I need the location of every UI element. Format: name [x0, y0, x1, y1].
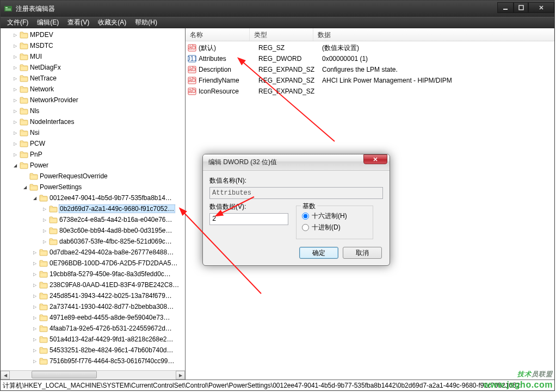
expander-icon[interactable] [11, 151, 19, 158]
tree-node[interactable]: MSDTC [2, 40, 185, 51]
tree-node[interactable]: Power [2, 160, 185, 171]
tree-node[interactable]: 0d7dbae2-4294-402a-ba8e-26777e8488… [2, 247, 185, 258]
maximize-button[interactable] [514, 2, 528, 13]
scroll-thumb[interactable] [32, 371, 97, 378]
expander-icon[interactable] [11, 64, 19, 71]
tree-node[interactable]: 80e3c60e-bb94-4ad8-bbe0-0d3195e… [2, 225, 185, 236]
tree-node[interactable]: PCW [2, 138, 185, 149]
expander-icon[interactable] [31, 335, 39, 343]
tree-node[interactable]: 0b2d69d7-a2a1-449c-9680-f91c7052… [2, 203, 185, 214]
tree-node[interactable]: 6738e2c4-e8a5-4a42-b16a-e040e76… [2, 214, 185, 225]
radio-dec-row[interactable]: 十进制(D) [302, 223, 367, 232]
menu-favorites[interactable]: 收藏夹(A) [94, 17, 131, 28]
expander-icon[interactable] [31, 292, 39, 300]
expander-icon[interactable] [31, 303, 39, 310]
dialog-titlebar[interactable]: 编辑 DWORD (32 位)值 [203, 154, 390, 171]
tree-node[interactable]: 0012ee47-9041-4b5d-9b77-535fba8b14… [2, 192, 185, 203]
expander-icon[interactable] [41, 238, 48, 245]
menu-file[interactable]: 文件(F) [3, 17, 33, 28]
expander-icon[interactable] [11, 74, 19, 82]
expander-icon[interactable] [11, 140, 19, 147]
scroll-left-button[interactable]: ◀ [1, 371, 10, 379]
radio-dec[interactable] [302, 224, 309, 231]
list-row[interactable]: 011AttributesREG_DWORD0x00000001 (1) [186, 53, 554, 64]
tree-node[interactable]: dab60367-53fe-4fbc-825e-521d069c… [2, 236, 185, 247]
expander-icon[interactable] [11, 107, 19, 115]
expander-icon[interactable] [31, 259, 39, 267]
tree-body[interactable]: MPDEVMSDTCMUINetDiagFxNetTraceNetworkNet… [1, 28, 185, 370]
expander-icon[interactable] [11, 118, 19, 126]
expander-icon[interactable] [11, 161, 19, 169]
tree-node[interactable]: NetworkProvider [2, 95, 185, 105]
tree-node[interactable]: MUI [2, 51, 185, 62]
tree-node[interactable]: 7516b95f-f776-4464-8c53-06167f40cc99… [2, 356, 185, 366]
svg-text:ab: ab [188, 76, 196, 84]
tree-node[interactable]: MPDEV [2, 29, 185, 40]
tree-node[interactable]: PowerSettings [2, 182, 185, 192]
tree-node[interactable]: 4971e89-eebd-4455-a8de-9e59040e73… [2, 312, 185, 323]
expander-icon[interactable] [41, 205, 48, 213]
scroll-track[interactable] [10, 371, 176, 379]
expander-icon[interactable] [31, 314, 39, 321]
list-row[interactable]: abFriendlyNameREG_EXPAND_SZAHCI Link Pow… [186, 75, 554, 86]
tree-node[interactable]: NodeInterfaces [2, 116, 185, 127]
tree-node[interactable]: 501a4d13-42af-4429-9fd1-a8218c268e2… [2, 334, 185, 345]
cell-data: (数值未设置) [322, 43, 554, 53]
menu-view[interactable]: 查看(V) [63, 17, 94, 28]
tree-node[interactable]: Nsi [2, 127, 185, 138]
column-header-name[interactable]: 名称 [186, 28, 250, 41]
expander-icon[interactable] [31, 194, 39, 202]
tree-node[interactable]: 19cbb8fa-5279-450e-9fac-8a3d5fedd0c… [2, 269, 185, 279]
close-button[interactable] [528, 2, 554, 13]
tree-node[interactable]: Network [2, 84, 185, 95]
expander-icon[interactable] [11, 85, 19, 93]
expander-icon[interactable] [31, 270, 39, 278]
column-header-data[interactable]: 数据 [313, 28, 554, 41]
tree-node[interactable]: 245d8541-3943-4422-b025-13a784f679… [2, 290, 185, 301]
expander-icon[interactable] [11, 31, 19, 39]
minimize-button[interactable] [497, 2, 514, 13]
tree-node[interactable]: Nls [2, 105, 185, 116]
cell-data: 0x00000001 (1) [322, 55, 554, 63]
radio-hex[interactable] [302, 213, 309, 220]
list-row[interactable]: abIconResourceREG_EXPAND_SZ [186, 86, 554, 97]
value-name-input[interactable] [209, 187, 383, 199]
expander-icon[interactable] [31, 325, 39, 332]
tree-node[interactable]: 2a737441-1930-4402-8d77-b2bebba308… [2, 301, 185, 312]
expander-icon[interactable] [41, 216, 48, 223]
expander-icon[interactable] [31, 248, 39, 256]
list-row[interactable]: ab(默认)REG_SZ(数值未设置) [186, 42, 554, 53]
list-row[interactable]: abDescriptionREG_EXPAND_SZConfigures the… [186, 64, 554, 75]
expander-icon[interactable] [11, 42, 19, 49]
tree-node-label: 4971e89-eebd-4455-a8de-9e59040e73… [50, 314, 170, 321]
tree-node[interactable]: NetTrace [2, 73, 185, 84]
folder-icon [39, 346, 48, 354]
menu-help[interactable]: 帮助(H) [131, 17, 162, 28]
radio-hex-row[interactable]: 十六进制(H) [302, 211, 367, 221]
dialog-close-button[interactable] [363, 154, 387, 164]
expander-icon[interactable] [11, 53, 19, 60]
expander-icon[interactable] [31, 346, 39, 354]
expander-icon[interactable] [31, 357, 39, 365]
tree-node[interactable]: PowerRequestOverride [2, 171, 185, 182]
tree-node[interactable]: 4faab71a-92e5-4726-b531-224559672d… [2, 323, 185, 334]
expander-icon[interactable] [11, 129, 19, 136]
expander-icon[interactable] [11, 96, 19, 104]
tree-node[interactable]: NetDiagFx [2, 62, 185, 73]
scroll-right-button[interactable]: ▶ [176, 371, 185, 379]
tree-node[interactable]: 238C9FA8-0AAD-41ED-83F4-97BE242C8… [2, 279, 185, 290]
expander-icon[interactable] [21, 183, 29, 191]
column-header-type[interactable]: 类型 [250, 28, 313, 41]
ok-button[interactable]: 确定 [299, 247, 338, 259]
expander-icon[interactable] [41, 227, 48, 234]
expander-icon[interactable] [31, 281, 39, 289]
menu-edit[interactable]: 编辑(E) [33, 17, 63, 28]
cancel-button[interactable]: 取消 [343, 247, 382, 259]
tree-node[interactable]: 54533251-82be-4824-96c1-47b60b740d… [2, 345, 185, 356]
tree-node[interactable]: PnP [2, 149, 185, 160]
folder-icon [20, 107, 28, 115]
tree-horizontal-scrollbar[interactable]: ◀ ▶ [1, 370, 185, 379]
tree-node[interactable]: 0E796BDB-100D-47D6-A2D5-F7D2DAA5… [2, 258, 185, 269]
value-data-input[interactable] [209, 213, 288, 225]
titlebar[interactable]: 注册表编辑器 [1, 1, 554, 17]
